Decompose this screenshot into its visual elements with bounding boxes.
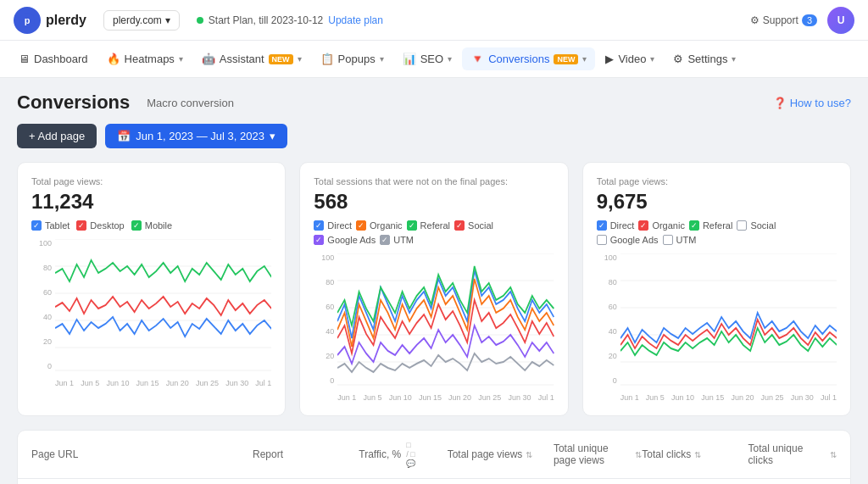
- chart3-value: 9,675: [597, 190, 837, 214]
- social-label: Social: [468, 220, 493, 231]
- legend3-organic[interactable]: Organic: [638, 220, 685, 231]
- domain-selector[interactable]: plerdy.com ▾: [103, 10, 180, 31]
- update-plan-link[interactable]: Update plan: [328, 14, 383, 26]
- tablet-label: Tablet: [45, 220, 70, 231]
- chart1-y-axis: 100806040200: [31, 239, 52, 370]
- support-button[interactable]: ⚙ Support 3: [750, 14, 817, 26]
- nav-item-conversions[interactable]: 🔻 Conversions NEW ▾: [462, 47, 595, 70]
- nav-label-conversions: Conversions: [488, 53, 549, 65]
- direct3-checkbox[interactable]: [597, 220, 607, 231]
- nav-item-popups[interactable]: 📋 Popups ▾: [312, 47, 392, 70]
- utm3-checkbox[interactable]: [663, 235, 673, 245]
- tablet-checkbox[interactable]: [31, 220, 42, 231]
- how-to-use-link[interactable]: ❓ How to use?: [773, 97, 851, 109]
- google-ads-checkbox[interactable]: [314, 235, 324, 245]
- assistant-chevron-icon: ▾: [298, 54, 302, 64]
- legend-utm[interactable]: UTM: [380, 235, 414, 245]
- mobile-checkbox[interactable]: [131, 220, 142, 231]
- chart3-wrapper: 100806040200 Jun 1Jun: [597, 253, 837, 402]
- support-label: Support: [763, 14, 798, 26]
- chart3-svg: [620, 253, 837, 389]
- social3-checkbox[interactable]: [737, 220, 747, 231]
- conversions-chevron-icon: ▾: [582, 54, 587, 64]
- add-page-button[interactable]: + Add page: [17, 124, 97, 148]
- col-total-pv-label: Total page views: [448, 448, 523, 460]
- chart2-x-labels: Jun 1Jun 5Jun 10Jun 15Jun 20Jun 25Jun 30…: [337, 393, 554, 402]
- table-header: Page URL Report Traffic, % □ / □ 💬 Total…: [18, 431, 850, 479]
- toolbar: + Add page 📅 Jun 1, 2023 — Jul 3, 2023 ▾: [17, 124, 851, 148]
- support-badge: 3: [802, 14, 817, 26]
- logo-text: plerdy: [46, 13, 86, 28]
- question-icon: ❓: [773, 97, 787, 109]
- nav-item-assistant[interactable]: 🤖 Assistant NEW ▾: [193, 47, 310, 70]
- direct-checkbox[interactable]: [314, 220, 324, 231]
- nav-item-seo[interactable]: 📊 SEO ▾: [394, 47, 460, 70]
- referal-label: Referal: [420, 220, 450, 231]
- plan-status-dot: [197, 17, 203, 24]
- legend-social[interactable]: Social: [454, 220, 493, 231]
- col-unique-page-views[interactable]: Total unique page views ⇅: [554, 441, 642, 468]
- referal3-label: Referal: [703, 220, 732, 231]
- page-content: Conversions Macro conversion ❓ How to us…: [0, 78, 868, 484]
- legend-referal[interactable]: Referal: [407, 220, 450, 231]
- google-ads3-checkbox[interactable]: [597, 235, 607, 245]
- seo-chevron-icon: ▾: [448, 54, 452, 64]
- legend3-google-ads[interactable]: Google Ads: [597, 235, 659, 245]
- svg-text:p: p: [25, 15, 31, 25]
- nav-label-heatmaps: Heatmaps: [125, 53, 175, 65]
- chart2-svg: [337, 253, 554, 389]
- utm3-label: UTM: [676, 235, 697, 245]
- col-traffic: Traffic, % □ / □ 💬: [359, 441, 447, 468]
- domain-text: plerdy.com: [113, 14, 162, 26]
- chart3-x-labels: Jun 1Jun 5Jun 10Jun 15Jun 20Jun 25Jun 30…: [620, 393, 837, 402]
- nav-label-popups: Popups: [338, 53, 376, 65]
- legend3-referal[interactable]: Referal: [689, 220, 732, 231]
- nav-item-heatmaps[interactable]: 🔥 Heatmaps ▾: [98, 47, 192, 70]
- sort-total-clicks-icon: ⇅: [694, 450, 701, 459]
- nav-item-video[interactable]: ▶ Video ▾: [597, 47, 663, 70]
- avatar-initials: U: [837, 14, 845, 26]
- date-picker-button[interactable]: 📅 Jun 1, 2023 — Jul 3, 2023 ▾: [105, 124, 287, 148]
- referal-checkbox[interactable]: [407, 220, 417, 231]
- chart1-value: 11,234: [31, 190, 271, 214]
- calendar-icon: 📅: [117, 130, 131, 142]
- chart2-y-axis: 100806040200: [314, 253, 334, 385]
- desktop-checkbox[interactable]: [76, 220, 86, 231]
- referal3-checkbox[interactable]: [689, 220, 699, 231]
- organic3-checkbox[interactable]: [638, 220, 648, 231]
- page-header: Conversions Macro conversion ❓ How to us…: [17, 92, 851, 114]
- organic-label: Organic: [370, 220, 403, 231]
- support-gear-icon: ⚙: [750, 14, 760, 26]
- domain-chevron-icon: ▾: [165, 14, 170, 26]
- nav-item-dashboard[interactable]: 🖥 Dashboard: [10, 47, 97, 70]
- legend-direct[interactable]: Direct: [314, 220, 352, 231]
- google-ads3-label: Google Ads: [610, 235, 659, 245]
- legend3-social[interactable]: Social: [737, 220, 776, 231]
- legend-google-ads[interactable]: Google Ads: [314, 235, 376, 245]
- nav-item-settings[interactable]: ⚙ Settings ▾: [665, 47, 744, 70]
- organic-checkbox[interactable]: [356, 220, 366, 231]
- social-checkbox[interactable]: [454, 220, 465, 231]
- legend3-direct[interactable]: Direct: [597, 220, 635, 231]
- chart3-legend: Direct Organic Referal Social Google Ads: [597, 220, 837, 245]
- utm-checkbox[interactable]: [380, 235, 390, 245]
- user-avatar[interactable]: U: [827, 7, 854, 34]
- chart1-x-labels: Jun 1Jun 5Jun 10Jun 15Jun 20Jun 25Jun 30…: [55, 379, 271, 387]
- legend-desktop[interactable]: Desktop: [76, 220, 124, 231]
- nav-label-settings: Settings: [687, 53, 727, 65]
- col-unique-clicks-label: Total unique clicks: [748, 442, 826, 466]
- col-total-clicks[interactable]: Total clicks ⇅: [642, 441, 748, 468]
- popups-icon: 📋: [320, 53, 334, 65]
- legend-tablet[interactable]: Tablet: [31, 220, 70, 231]
- col-unique-clicks[interactable]: Total unique clicks ⇅: [748, 441, 837, 468]
- nav-bar: 🖥 Dashboard 🔥 Heatmaps ▾ 🤖 Assistant NEW…: [0, 41, 868, 78]
- legend-mobile[interactable]: Mobile: [131, 220, 172, 231]
- legend-organic[interactable]: Organic: [356, 220, 403, 231]
- legend3-utm[interactable]: UTM: [663, 235, 697, 245]
- nav-label-seo: SEO: [420, 53, 443, 65]
- conversions-new-badge: NEW: [554, 54, 578, 64]
- social3-label: Social: [750, 220, 776, 231]
- direct-label: Direct: [327, 220, 352, 231]
- traffic-sub-icons: □ / □ 💬: [406, 441, 415, 468]
- col-total-page-views[interactable]: Total page views ⇅: [448, 441, 554, 468]
